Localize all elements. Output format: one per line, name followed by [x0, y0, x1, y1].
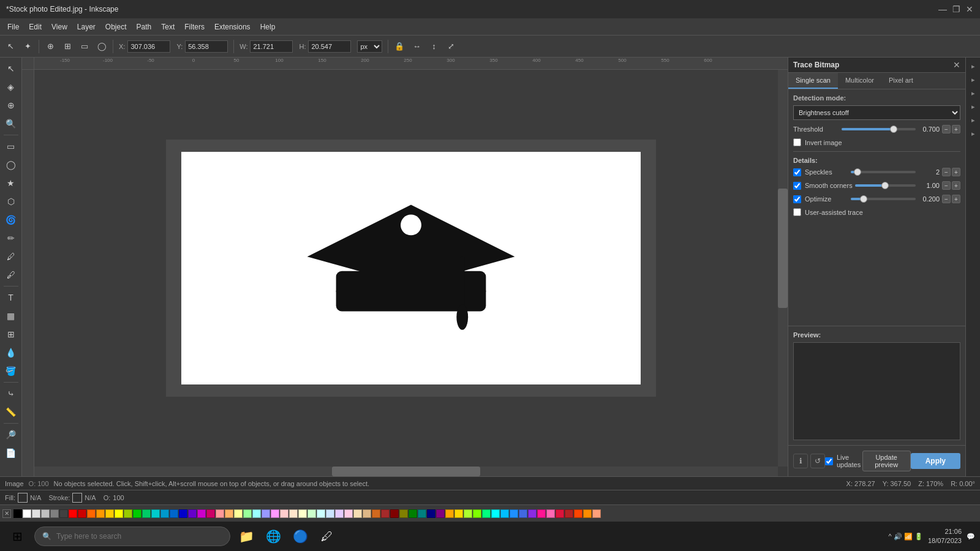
palette-color-48[interactable] — [454, 509, 463, 518]
tool-star[interactable]: ★ — [2, 174, 20, 192]
palette-color-33[interactable] — [317, 509, 325, 518]
close-button[interactable]: ✕ — [965, 5, 974, 13]
speckles-checkbox[interactable] — [793, 168, 801, 176]
palette-color-45[interactable] — [427, 509, 435, 518]
threshold-inc-btn[interactable]: + — [952, 125, 960, 133]
stroke-swatch[interactable] — [72, 493, 82, 503]
node-tool-btn[interactable]: ✦ — [20, 39, 36, 54]
search-input[interactable] — [56, 532, 222, 541]
menu-help[interactable]: Help — [255, 21, 281, 32]
speckles-slider[interactable] — [851, 171, 916, 173]
palette-color-63[interactable] — [592, 509, 601, 518]
palette-color-38[interactable] — [363, 509, 371, 518]
palette-color-42[interactable] — [399, 509, 408, 518]
strip-btn-4[interactable]: ▸ — [967, 100, 979, 113]
palette-color-59[interactable] — [556, 509, 564, 518]
tool-pen[interactable]: 🖊 — [2, 248, 20, 265]
palette-color-26[interactable] — [252, 509, 261, 518]
palette-color-3[interactable] — [41, 509, 50, 518]
info-button[interactable]: ℹ — [793, 454, 808, 468]
y-input[interactable] — [185, 40, 228, 53]
tool-pages[interactable]: 📄 — [2, 444, 20, 462]
palette-color-15[interactable] — [151, 509, 160, 518]
vertical-scrollbar[interactable] — [778, 70, 788, 467]
tool-gradient[interactable]: ▦ — [2, 307, 20, 324]
palette-color-56[interactable] — [528, 509, 537, 518]
palette-color-27[interactable] — [262, 509, 270, 518]
circle-btn[interactable]: ◯ — [94, 39, 110, 54]
strip-btn-2[interactable]: ▸ — [967, 73, 979, 86]
palette-color-54[interactable] — [510, 509, 518, 518]
tool-mesh[interactable]: ⊞ — [2, 326, 20, 343]
palette-color-60[interactable] — [565, 509, 573, 518]
palette-color-32[interactable] — [307, 509, 316, 518]
detection-mode-select[interactable]: Brightness cutoff Edge detection Color q… — [793, 105, 960, 120]
palette-color-11[interactable] — [115, 509, 123, 518]
tool-tweak[interactable]: ⊕ — [2, 97, 20, 114]
taskbar-edge[interactable]: 🌐 — [262, 525, 284, 547]
palette-color-9[interactable] — [96, 509, 105, 518]
strip-btn-5[interactable]: ▸ — [967, 114, 979, 126]
menu-file[interactable]: File — [2, 21, 24, 32]
tweak-btn[interactable]: ⊕ — [42, 39, 58, 54]
tool-calligraphy[interactable]: 🖋 — [2, 266, 20, 283]
tool-dropper[interactable]: 💧 — [2, 344, 20, 361]
smooth-corners-slider[interactable] — [855, 184, 916, 187]
flip-v-btn[interactable]: ↕ — [426, 39, 442, 54]
palette-color-36[interactable] — [344, 509, 353, 518]
palette-color-58[interactable] — [546, 509, 555, 518]
apply-button[interactable]: Apply — [911, 453, 960, 469]
tool-pencil[interactable]: ✏ — [2, 230, 20, 247]
search-bar[interactable]: 🔍 — [34, 527, 230, 546]
palette-color-50[interactable] — [473, 509, 481, 518]
tool-zoom[interactable]: 🔍 — [2, 115, 20, 132]
menu-edit[interactable]: Edit — [24, 21, 47, 32]
palette-color-20[interactable] — [197, 509, 206, 518]
user-assisted-checkbox[interactable] — [793, 208, 801, 216]
maximize-button[interactable]: ❐ — [952, 5, 960, 13]
speckles-inc-btn[interactable]: + — [952, 168, 960, 176]
taskbar-inkscape[interactable]: 🖊 — [316, 525, 338, 547]
palette-color-30[interactable] — [289, 509, 298, 518]
palette-color-5[interactable] — [59, 509, 68, 518]
start-button[interactable]: ⊞ — [5, 524, 29, 549]
palette-color-1[interactable] — [23, 509, 31, 518]
taskbar-chrome[interactable]: 🔵 — [289, 525, 311, 547]
palette-color-16[interactable] — [160, 509, 169, 518]
menu-text[interactable]: Text — [156, 21, 179, 32]
palette-color-43[interactable] — [409, 509, 417, 518]
vscrollbar-thumb[interactable] — [778, 189, 788, 307]
palette-color-28[interactable] — [271, 509, 279, 518]
tool-spiral[interactable]: 🌀 — [2, 211, 20, 228]
optimize-inc-btn[interactable]: + — [952, 195, 960, 203]
palette-color-31[interactable] — [298, 509, 307, 518]
tool-3d[interactable]: ⬡ — [2, 193, 20, 210]
palette-color-55[interactable] — [519, 509, 527, 518]
w-input[interactable] — [250, 40, 293, 53]
palette-color-4[interactable] — [50, 509, 59, 518]
minimize-button[interactable]: — — [938, 5, 947, 13]
taskbar-explorer[interactable]: 📁 — [235, 525, 257, 547]
tool-search[interactable]: 🔎 — [2, 426, 20, 443]
palette-color-51[interactable] — [482, 509, 491, 518]
hscrollbar-thumb[interactable] — [332, 467, 481, 476]
smooth-corners-inc-btn[interactable]: + — [952, 181, 960, 190]
select-tool-btn[interactable]: ↖ — [2, 39, 18, 54]
palette-color-6[interactable] — [69, 509, 77, 518]
canvas-scroll[interactable] — [34, 70, 788, 467]
palette-color-61[interactable] — [574, 509, 582, 518]
fill-swatch[interactable] — [18, 493, 28, 503]
strip-btn-6[interactable]: ▸ — [967, 127, 979, 140]
palette-color-37[interactable] — [353, 509, 362, 518]
palette-color-23[interactable] — [225, 509, 233, 518]
live-updates-checkbox[interactable] — [825, 457, 833, 465]
palette-color-57[interactable] — [537, 509, 546, 518]
tool-rect[interactable]: ▭ — [2, 138, 20, 155]
palette-color-2[interactable] — [32, 509, 40, 518]
tab-pixel-art[interactable]: Pixel art — [881, 73, 921, 89]
palette-color-62[interactable] — [583, 509, 592, 518]
flip-h-btn[interactable]: ↔ — [409, 39, 424, 54]
palette-color-22[interactable] — [216, 509, 224, 518]
update-preview-button[interactable]: Update preview — [862, 451, 911, 471]
trace-close-button[interactable]: ✕ — [953, 60, 960, 70]
